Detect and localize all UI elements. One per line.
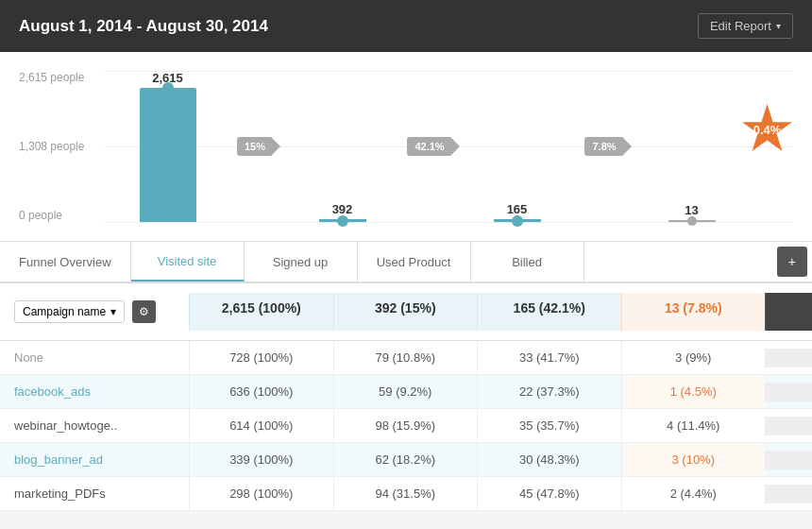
row-cell-5-2: 45 (47.8%) (477, 477, 621, 510)
row-cell-1-2: 33 (41.7%) (477, 341, 621, 374)
row-label-marketing: marketing_PDFs (0, 477, 189, 510)
campaign-group-selector: Campaign name ▾ ⚙ (0, 293, 189, 331)
row-cell-2-3: 1 (4.5%) (621, 375, 766, 408)
row-label-facebook[interactable]: facebook_ads (0, 375, 189, 408)
bar-1 (140, 88, 196, 222)
bar-dot-1 (162, 82, 174, 94)
conversion-badge: 0.4% (741, 104, 793, 156)
row-cell-3-0: 614 (100%) (189, 409, 333, 442)
tab-used-product[interactable]: Used Product (358, 242, 471, 282)
funnel-step-signup: 392 (279, 71, 406, 222)
row-cell-5-1: 94 (31.5%) (333, 477, 478, 510)
bar-value-3: 165 (507, 202, 528, 216)
header: August 1, 2014 - August 30, 2014 Edit Re… (0, 0, 812, 52)
table-row: facebook_ads 636 (100%) 59 (9.2%) 22 (37… (0, 375, 812, 409)
badge-shape: 0.4% (741, 104, 793, 156)
header-cell-3: 165 (42.1%) (477, 293, 621, 331)
row-cell-4-2: 30 (48.3%) (477, 443, 621, 476)
row-cell-1-1: 79 (10.8%) (333, 341, 478, 374)
date-range-title: August 1, 2014 - August 30, 2014 (19, 17, 268, 36)
edit-report-label: Edit Report (710, 19, 771, 33)
row-cell-5-4 (765, 485, 812, 503)
row-cell-1-4 (765, 349, 812, 367)
header-cell-2: 392 (15%) (333, 293, 478, 331)
chevron-down-icon: ▾ (776, 21, 781, 31)
arrow-badge-3: 7.8% (584, 137, 623, 156)
y-axis-labels: 2,615 people 1,308 people 0 people (19, 71, 84, 222)
row-label-blog[interactable]: blog_banner_ad (0, 443, 189, 476)
header-cell-1: 2,615 (100%) (189, 293, 333, 331)
bar-value-4: 13 (685, 203, 698, 217)
row-cell-3-1: 98 (15.9%) (333, 409, 478, 442)
funnel-step-visited: 2,615 (104, 71, 231, 222)
table-header: Campaign name ▾ ⚙ 2,615 (100%) 392 (15%)… (0, 283, 812, 341)
arrow-2: 42.1% (406, 71, 453, 222)
row-cell-4-4 (765, 451, 812, 469)
y-label-mid: 1,308 people (19, 140, 84, 153)
tab-visited-site[interactable]: Visited site (131, 242, 245, 282)
row-cell-4-0: 339 (100%) (189, 443, 333, 476)
row-cell-2-1: 59 (9.2%) (333, 375, 478, 408)
gear-icon: ⚙ (139, 305, 149, 318)
row-cell-4-3: 3 (10%) (621, 443, 766, 476)
row-label-webinar: webinar_howtoge.. (0, 409, 189, 442)
arrow-1: 15% (231, 71, 279, 222)
table-row: blog_banner_ad 339 (100%) 62 (18.2%) 30 … (0, 443, 812, 477)
row-cell-4-1: 62 (18.2%) (333, 443, 478, 476)
row-cell-5-3: 2 (4.4%) (621, 477, 766, 510)
row-cell-2-4 (765, 383, 812, 401)
y-label-top: 2,615 people (19, 71, 84, 84)
table-row: None 728 (100%) 79 (10.8%) 33 (41.7%) 3 … (0, 341, 812, 375)
tab-signed-up[interactable]: Signed up (245, 242, 358, 282)
y-label-bottom: 0 people (19, 209, 84, 222)
bar-value-2: 392 (332, 202, 353, 216)
badge-label: 0.4% (753, 123, 782, 137)
arrow-label-2: 42.1% (414, 141, 444, 152)
settings-button[interactable]: ⚙ (132, 300, 156, 323)
tab-billed[interactable]: Billed (471, 242, 584, 282)
row-cell-1-3: 3 (9%) (621, 341, 766, 374)
row-cell-5-0: 298 (100%) (189, 477, 333, 510)
table-row: marketing_PDFs 298 (100%) 94 (31.5%) 45 … (0, 477, 812, 511)
arrow-3: 7.8% (581, 71, 628, 222)
campaign-label: Campaign name (23, 305, 106, 318)
row-cell-2-2: 22 (37.3%) (477, 375, 621, 408)
tabs-row: Funnel Overview Visited site Signed up U… (0, 241, 812, 282)
row-cell-3-3: 4 (11.4%) (621, 409, 766, 442)
header-cell-4: 13 (7.8%) (621, 293, 766, 331)
funnel-step-billed: 13 (628, 71, 755, 222)
funnel-step-product: 165 (453, 71, 581, 222)
tab-funnel-overview[interactable]: Funnel Overview (0, 242, 131, 282)
arrow-badge-1: 15% (237, 137, 273, 156)
row-cell-3-4 (765, 417, 812, 435)
plus-icon: + (788, 254, 796, 269)
arrow-label-3: 7.8% (592, 141, 616, 152)
row-cell-3-2: 35 (35.7%) (477, 409, 621, 442)
table-row: webinar_howtoge.. 614 (100%) 98 (15.9%) … (0, 409, 812, 443)
chevron-icon: ▾ (110, 305, 116, 318)
row-label-none: None (0, 341, 189, 374)
campaign-name-dropdown[interactable]: Campaign name ▾ (14, 300, 125, 323)
chart-area: 2,615 people 1,308 people 0 people 2,615… (0, 52, 812, 241)
row-cell-2-0: 636 (100%) (189, 375, 333, 408)
arrow-label-1: 15% (245, 141, 265, 152)
table-area: Campaign name ▾ ⚙ 2,615 (100%) 392 (15%)… (0, 282, 812, 511)
edit-report-button[interactable]: Edit Report ▾ (698, 13, 793, 39)
add-tab-button[interactable]: + (777, 247, 807, 277)
row-cell-1-0: 728 (100%) (189, 341, 333, 374)
header-cell-empty (765, 293, 812, 331)
arrow-badge-2: 42.1% (407, 137, 451, 156)
